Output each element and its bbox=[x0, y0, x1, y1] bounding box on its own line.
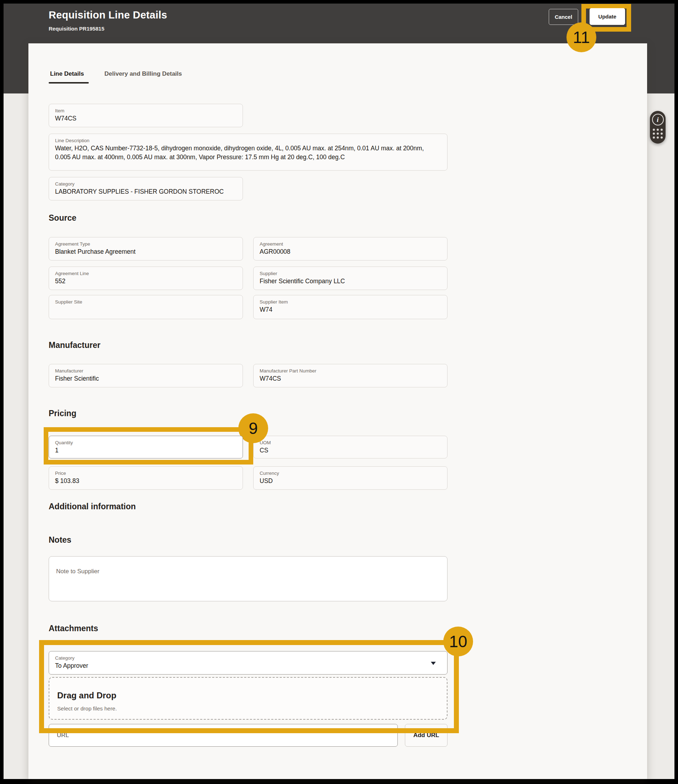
page-title: Requisition Line Details bbox=[49, 9, 167, 21]
uom-label: UOM bbox=[260, 439, 441, 446]
drag-and-drop-zone[interactable]: Drag and Drop Select or drop files here. bbox=[49, 677, 448, 720]
dropzone-title: Drag and Drop bbox=[57, 690, 439, 700]
supplier-label: Supplier bbox=[260, 270, 441, 277]
supplier-site-label: Supplier Site bbox=[55, 299, 236, 305]
agreement-type-label: Agreement Type bbox=[55, 241, 236, 247]
agreement-type-field: Agreement Type Blanket Purchase Agreemen… bbox=[49, 237, 243, 260]
item-value: W74CS bbox=[55, 114, 236, 123]
manufacturer-value: Fisher Scientific bbox=[55, 374, 236, 383]
chevron-down-icon[interactable] bbox=[431, 662, 436, 665]
quantity-input[interactable] bbox=[55, 446, 236, 455]
agreement-line-label: Agreement Line bbox=[55, 270, 236, 277]
callout-10-badge: 10 bbox=[443, 627, 473, 656]
agreement-line-value: 552 bbox=[55, 277, 236, 286]
uom-field: UOM CS bbox=[253, 436, 448, 458]
attachments-heading: Attachments bbox=[49, 624, 98, 633]
supplier-value: Fisher Scientific Company LLC bbox=[260, 277, 441, 286]
supplier-item-value: W74 bbox=[260, 305, 441, 314]
line-description-label: Line Description bbox=[55, 137, 441, 144]
supplier-site-field: Supplier Site bbox=[49, 295, 243, 319]
update-button[interactable]: Update bbox=[589, 8, 625, 25]
price-value: $ 103.83 bbox=[55, 477, 236, 485]
supplier-item-label: Supplier Item bbox=[260, 299, 441, 305]
pricing-heading: Pricing bbox=[49, 409, 76, 418]
attachment-category-value: To Approver bbox=[55, 661, 441, 670]
category-label: Category bbox=[55, 181, 236, 187]
agreement-type-value: Blanket Purchase Agreement bbox=[55, 247, 236, 256]
category-field: Category LABORATORY SUPPLIES - FISHER GO… bbox=[49, 177, 243, 200]
manufacturer-part-number-label: Manufacturer Part Number bbox=[260, 368, 441, 374]
notes-heading: Notes bbox=[49, 535, 72, 545]
currency-label: Currency bbox=[260, 470, 441, 477]
line-description-value: Water, H2O, CAS Number-7732-18-5, dihydr… bbox=[55, 144, 432, 162]
manufacturer-field: Manufacturer Fisher Scientific bbox=[49, 364, 243, 387]
supplier-field: Supplier Fisher Scientific Company LLC bbox=[253, 267, 448, 290]
agreement-field: Agreement AGR00008 bbox=[253, 237, 448, 260]
agreement-label: Agreement bbox=[260, 241, 441, 247]
attachment-category-label: Category bbox=[55, 655, 441, 661]
currency-value: USD bbox=[260, 477, 441, 485]
attachment-category-dropdown[interactable]: Category To Approver bbox=[49, 651, 448, 675]
price-field: Price $ 103.83 bbox=[49, 466, 243, 490]
cancel-button[interactable]: Cancel bbox=[549, 9, 578, 25]
side-help-widget[interactable]: i bbox=[650, 111, 666, 143]
active-tab-underline bbox=[49, 82, 89, 84]
category-value: LABORATORY SUPPLIES - FISHER GORDON STOR… bbox=[55, 187, 236, 196]
agreement-value: AGR00008 bbox=[260, 247, 441, 256]
tab-line-details[interactable]: Line Details bbox=[50, 70, 84, 78]
manufacturer-label: Manufacturer bbox=[55, 368, 236, 374]
quantity-label: Quantity bbox=[55, 439, 236, 446]
grid-handle-icon[interactable] bbox=[653, 129, 663, 139]
line-description-field: Line Description Water, H2O, CAS Number-… bbox=[49, 134, 448, 171]
item-label: Item bbox=[55, 108, 236, 114]
additional-information-heading: Additional information bbox=[49, 502, 136, 511]
supplier-item-field: Supplier Item W74 bbox=[253, 295, 448, 319]
callout-11-badge: 11 bbox=[566, 22, 596, 52]
info-icon[interactable]: i bbox=[652, 114, 664, 125]
manufacturer-heading: Manufacturer bbox=[49, 340, 101, 350]
requisition-line-card: Line Details Delivery and Billing Detail… bbox=[28, 44, 647, 779]
currency-field: Currency USD bbox=[253, 466, 448, 490]
price-label: Price bbox=[55, 470, 236, 477]
manufacturer-part-number-field: Manufacturer Part Number W74CS bbox=[253, 364, 448, 387]
quantity-field[interactable]: Quantity bbox=[49, 436, 243, 458]
manufacturer-part-number-value: W74CS bbox=[260, 374, 441, 383]
tab-delivery-billing[interactable]: Delivery and Billing Details bbox=[104, 70, 182, 78]
note-to-supplier-textarea[interactable] bbox=[49, 556, 448, 601]
item-field: Item W74CS bbox=[49, 104, 243, 127]
uom-value: CS bbox=[260, 446, 441, 455]
source-heading: Source bbox=[49, 213, 76, 223]
dropzone-subtitle: Select or drop files here. bbox=[57, 706, 439, 712]
requisition-number: Requisition PR195815 bbox=[49, 26, 104, 32]
agreement-line-field: Agreement Line 552 bbox=[49, 267, 243, 290]
